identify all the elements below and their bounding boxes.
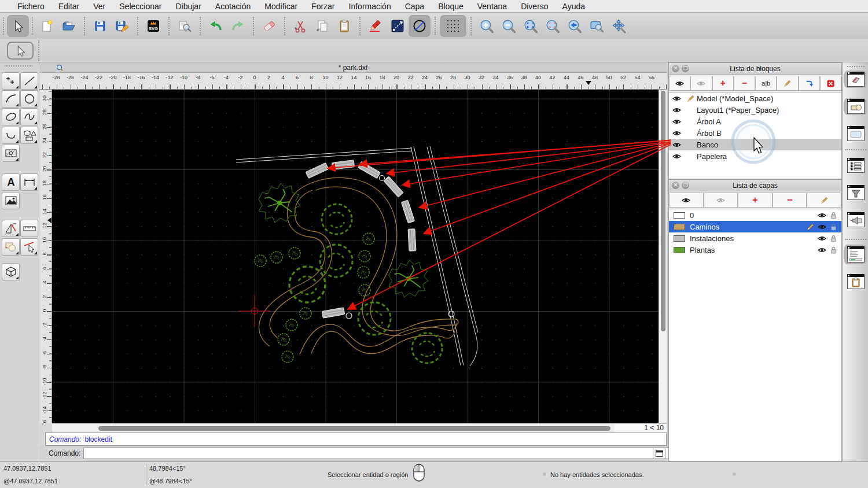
insert-block-button[interactable] (799, 76, 820, 91)
layer-lock-icon[interactable] (827, 235, 839, 242)
block-visibility-eye-icon[interactable] (669, 153, 684, 160)
layer-visibility-eye-icon[interactable] (816, 247, 827, 253)
solid-3d-tool[interactable] (2, 263, 20, 280)
auto-zoom-button[interactable] (520, 15, 542, 37)
layer-lock-icon[interactable] (827, 246, 839, 254)
dock-property-editor-toggle[interactable] (844, 71, 867, 88)
menu-diverso[interactable]: Diverso (514, 2, 555, 11)
block-visibility-eye-icon[interactable] (669, 95, 684, 102)
menu-seleccionar[interactable]: Seleccionar (112, 2, 168, 11)
menu-bloque[interactable]: Bloque (431, 2, 470, 11)
layer-item-instalaciones[interactable]: Instalaciones (669, 232, 841, 244)
detach-panel-button[interactable]: ❐ (682, 65, 689, 72)
close-panel-button[interactable]: ✕ (672, 182, 679, 189)
zoom-out-button[interactable] (498, 15, 520, 37)
modify-tools[interactable] (2, 220, 20, 237)
command-input[interactable] (83, 448, 690, 459)
delete-block-button[interactable] (820, 76, 841, 91)
remove-block-button[interactable]: − (734, 76, 755, 91)
layer-lock-icon[interactable] (827, 223, 839, 231)
redo-button[interactable] (227, 15, 249, 37)
save-as-button[interactable] (111, 15, 133, 37)
zoom-window-button[interactable] (586, 15, 608, 37)
image-tool[interactable] (2, 192, 20, 209)
select-entities-tool[interactable] (20, 238, 38, 256)
circle-tool[interactable] (20, 90, 38, 108)
restrict-off-button[interactable] (409, 15, 431, 37)
text-tool[interactable]: A (2, 173, 20, 191)
menu-ventana[interactable]: Ventana (470, 2, 514, 11)
grid-toggle-button[interactable] (440, 15, 466, 37)
detach-panel-button[interactable]: ❐ (682, 182, 689, 189)
undo-button[interactable] (205, 15, 227, 37)
block-item-árbol[interactable]: Árbol A (669, 116, 841, 127)
layer-visibility-eye-icon[interactable] (816, 235, 827, 242)
menu-capa[interactable]: Capa (398, 2, 431, 11)
vertical-scrollbar-thumb[interactable] (661, 91, 665, 331)
edit-layer-button[interactable] (807, 193, 841, 208)
cut-button[interactable] (289, 15, 311, 37)
shapes-tool[interactable] (20, 127, 38, 144)
dimension-tool[interactable] (20, 173, 38, 191)
rename-block-button[interactable]: a|b (755, 76, 777, 91)
measure-tool[interactable] (20, 220, 38, 237)
dock-library-browser-toggle[interactable] (844, 98, 867, 115)
document-titlebar[interactable]: * park.dxf (39, 62, 667, 73)
menu-fichero[interactable]: Fichero (10, 2, 52, 11)
points-tool[interactable] (2, 72, 20, 90)
edit-pencil-button[interactable] (365, 15, 387, 37)
vertical-scrollbar[interactable] (659, 90, 667, 423)
block-item-model[interactable]: Model (*Model_Space) (669, 93, 841, 104)
eraser-button[interactable] (258, 15, 280, 37)
block-visibility-eye-icon[interactable] (669, 130, 684, 136)
dock-lighting-toggle[interactable] (847, 211, 865, 228)
dock-command-line-toggle[interactable] (844, 245, 867, 264)
restrict-orthogonal-button[interactable] (387, 15, 409, 37)
show-all-layers-button[interactable] (669, 193, 704, 208)
menu-dibujar[interactable]: Dibujar (168, 2, 208, 11)
spline-tool[interactable] (20, 108, 38, 125)
menu-acotación[interactable]: Acotación (208, 2, 258, 11)
add-block-button[interactable]: + (712, 76, 734, 91)
layer-list-titlebar[interactable]: ✕ ❐ Lista de capas (669, 180, 841, 191)
menu-ver[interactable]: Ver (86, 2, 112, 11)
paste-button[interactable] (333, 15, 355, 37)
export-svg-button[interactable]: SVG (142, 15, 164, 37)
ellipse-tool[interactable] (2, 108, 20, 125)
block-visibility-eye-icon[interactable] (669, 142, 684, 148)
palette-drag-handle[interactable] (5, 65, 32, 66)
print-preview-button[interactable] (174, 15, 196, 37)
layer-visibility-eye-icon[interactable] (816, 224, 827, 230)
menu-información[interactable]: Información (342, 2, 398, 11)
horizontal-scrollbar-thumb[interactable] (98, 426, 610, 431)
add-layer-button[interactable]: + (738, 193, 773, 208)
blocks-tool[interactable] (2, 238, 20, 256)
drawing-canvas[interactable] (52, 90, 659, 423)
copy-button[interactable] (311, 15, 333, 37)
new-document-button[interactable] (36, 15, 58, 37)
block-item-layout1[interactable]: Layout1 (*Paper_Space) (669, 104, 841, 116)
block-item-papelera[interactable]: Papelera (669, 150, 841, 162)
menu-editar[interactable]: Editar (52, 2, 87, 11)
block-visibility-eye-icon[interactable] (669, 107, 684, 113)
line-tool[interactable] (20, 72, 38, 90)
menu-ayuda[interactable]: Ayuda (556, 2, 592, 11)
layer-item-plantas[interactable]: Plantas (669, 244, 841, 256)
selection-pointer-option-button[interactable] (7, 42, 34, 60)
hatch-tool[interactable] (2, 145, 20, 162)
open-document-button[interactable] (58, 15, 80, 37)
show-all-blocks-button[interactable] (669, 76, 690, 91)
remove-layer-button[interactable]: − (773, 193, 807, 208)
block-item-banco[interactable]: Banco (669, 139, 841, 150)
menu-modificar[interactable]: Modificar (258, 2, 304, 11)
block-item-árbol[interactable]: Árbol B (669, 127, 841, 139)
block-list-titlebar[interactable]: ✕ ❐ Lista de bloques (669, 63, 841, 75)
menu-forzar[interactable]: Forzar (304, 2, 341, 11)
close-panel-button[interactable]: ✕ (672, 65, 679, 72)
dock-view-toggle[interactable] (847, 125, 865, 142)
dock-clipboard-toggle[interactable] (847, 273, 865, 290)
zoom-in-button[interactable] (476, 15, 498, 37)
pointer-tool-button[interactable] (7, 15, 29, 37)
command-options-button[interactable] (653, 448, 665, 459)
polyline-tool[interactable] (2, 127, 20, 144)
